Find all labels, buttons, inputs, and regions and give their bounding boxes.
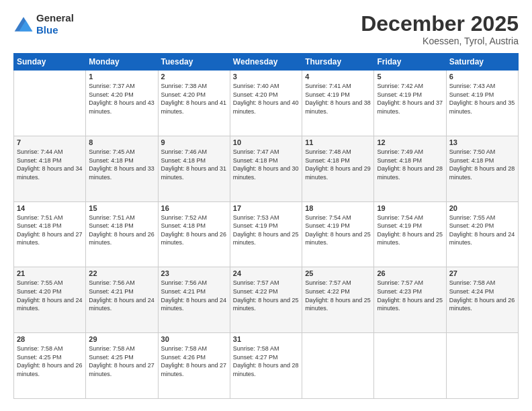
page: General Blue December 2025 Koessen, Tyro… bbox=[0, 0, 532, 411]
cell-info: Sunrise: 7:54 AMSunset: 4:19 PMDaylight:… bbox=[305, 214, 371, 247]
day-number: 31 bbox=[233, 335, 299, 343]
day-number: 3 bbox=[233, 73, 299, 81]
day-number: 6 bbox=[449, 73, 515, 81]
calendar-cell: 25Sunrise: 7:57 AMSunset: 4:22 PMDayligh… bbox=[302, 267, 374, 333]
calendar-cell: 29Sunrise: 7:58 AMSunset: 4:25 PMDayligh… bbox=[86, 333, 158, 399]
cell-info: Sunrise: 7:41 AMSunset: 4:19 PMDaylight:… bbox=[305, 82, 371, 116]
calendar-cell: 13Sunrise: 7:50 AMSunset: 4:18 PMDayligh… bbox=[446, 136, 518, 201]
cell-info: Sunrise: 7:56 AMSunset: 4:21 PMDaylight:… bbox=[161, 279, 227, 312]
day-number: 10 bbox=[233, 138, 299, 146]
calendar-cell bbox=[446, 333, 518, 399]
day-number: 2 bbox=[161, 73, 227, 81]
calendar-cell: 18Sunrise: 7:54 AMSunset: 4:19 PMDayligh… bbox=[302, 201, 374, 267]
cell-info: Sunrise: 7:40 AMSunset: 4:20 PMDaylight:… bbox=[233, 82, 299, 116]
calendar-cell: 30Sunrise: 7:58 AMSunset: 4:26 PMDayligh… bbox=[158, 333, 230, 399]
cell-info: Sunrise: 7:37 AMSunset: 4:20 PMDaylight:… bbox=[89, 82, 154, 116]
cell-info: Sunrise: 7:42 AMSunset: 4:19 PMDaylight:… bbox=[377, 82, 443, 116]
cell-info: Sunrise: 7:53 AMSunset: 4:19 PMDaylight:… bbox=[233, 214, 299, 247]
cell-info: Sunrise: 7:51 AMSunset: 4:18 PMDaylight:… bbox=[17, 214, 83, 247]
day-header-wednesday: Wednesday bbox=[230, 54, 302, 71]
calendar-cell: 7Sunrise: 7:44 AMSunset: 4:18 PMDaylight… bbox=[14, 136, 86, 201]
calendar-cell: 3Sunrise: 7:40 AMSunset: 4:20 PMDaylight… bbox=[230, 71, 302, 136]
cell-info: Sunrise: 7:47 AMSunset: 4:18 PMDaylight:… bbox=[233, 148, 299, 181]
day-number: 20 bbox=[449, 204, 515, 212]
day-header-monday: Monday bbox=[86, 54, 158, 71]
calendar-cell: 16Sunrise: 7:52 AMSunset: 4:18 PMDayligh… bbox=[158, 201, 230, 267]
cell-info: Sunrise: 7:46 AMSunset: 4:18 PMDaylight:… bbox=[161, 148, 227, 181]
day-number: 21 bbox=[17, 269, 83, 277]
calendar-week-1: 1Sunrise: 7:37 AMSunset: 4:20 PMDaylight… bbox=[14, 71, 519, 136]
calendar-week-3: 14Sunrise: 7:51 AMSunset: 4:18 PMDayligh… bbox=[14, 201, 519, 267]
day-number: 15 bbox=[89, 204, 154, 212]
cell-info: Sunrise: 7:57 AMSunset: 4:22 PMDaylight:… bbox=[233, 279, 299, 312]
day-header-thursday: Thursday bbox=[302, 54, 374, 71]
location: Koessen, Tyrol, Austria bbox=[361, 36, 519, 46]
day-number: 12 bbox=[377, 138, 443, 146]
cell-info: Sunrise: 7:43 AMSunset: 4:19 PMDaylight:… bbox=[449, 82, 515, 116]
calendar-cell: 1Sunrise: 7:37 AMSunset: 4:20 PMDaylight… bbox=[86, 71, 158, 136]
day-number: 4 bbox=[305, 73, 371, 81]
calendar-week-5: 28Sunrise: 7:58 AMSunset: 4:25 PMDayligh… bbox=[14, 333, 519, 399]
calendar-cell: 23Sunrise: 7:56 AMSunset: 4:21 PMDayligh… bbox=[158, 267, 230, 333]
day-number: 9 bbox=[161, 138, 227, 146]
calendar-cell: 19Sunrise: 7:54 AMSunset: 4:19 PMDayligh… bbox=[374, 201, 446, 267]
cell-info: Sunrise: 7:54 AMSunset: 4:19 PMDaylight:… bbox=[377, 214, 443, 247]
day-header-friday: Friday bbox=[374, 54, 446, 71]
day-number: 29 bbox=[89, 335, 154, 343]
cell-info: Sunrise: 7:56 AMSunset: 4:21 PMDaylight:… bbox=[89, 279, 154, 312]
calendar-cell: 21Sunrise: 7:55 AMSunset: 4:20 PMDayligh… bbox=[14, 267, 86, 333]
calendar-cell: 31Sunrise: 7:58 AMSunset: 4:27 PMDayligh… bbox=[230, 333, 302, 399]
day-number: 17 bbox=[233, 204, 299, 212]
day-number: 5 bbox=[377, 73, 443, 81]
cell-info: Sunrise: 7:58 AMSunset: 4:25 PMDaylight:… bbox=[17, 345, 83, 378]
cell-info: Sunrise: 7:51 AMSunset: 4:18 PMDaylight:… bbox=[89, 214, 154, 247]
day-number: 30 bbox=[161, 335, 227, 343]
logo-icon bbox=[13, 15, 34, 33]
calendar-cell: 11Sunrise: 7:48 AMSunset: 4:18 PMDayligh… bbox=[302, 136, 374, 201]
header: General Blue December 2025 Koessen, Tyro… bbox=[13, 12, 519, 46]
day-number: 1 bbox=[89, 73, 154, 81]
day-number: 8 bbox=[89, 138, 154, 146]
day-number: 19 bbox=[377, 204, 443, 212]
cell-info: Sunrise: 7:38 AMSunset: 4:20 PMDaylight:… bbox=[161, 82, 227, 116]
calendar-cell: 22Sunrise: 7:56 AMSunset: 4:21 PMDayligh… bbox=[86, 267, 158, 333]
day-number: 7 bbox=[17, 138, 83, 146]
calendar-cell bbox=[374, 333, 446, 399]
calendar-header-row: SundayMondayTuesdayWednesdayThursdayFrid… bbox=[14, 54, 519, 71]
day-number: 14 bbox=[17, 204, 83, 212]
day-number: 27 bbox=[449, 269, 515, 277]
cell-info: Sunrise: 7:45 AMSunset: 4:18 PMDaylight:… bbox=[89, 148, 154, 181]
day-number: 26 bbox=[377, 269, 443, 277]
cell-info: Sunrise: 7:48 AMSunset: 4:18 PMDaylight:… bbox=[305, 148, 371, 181]
calendar-cell: 14Sunrise: 7:51 AMSunset: 4:18 PMDayligh… bbox=[14, 201, 86, 267]
day-number: 25 bbox=[305, 269, 371, 277]
calendar-cell: 10Sunrise: 7:47 AMSunset: 4:18 PMDayligh… bbox=[230, 136, 302, 201]
logo-blue: Blue bbox=[36, 24, 74, 36]
cell-info: Sunrise: 7:55 AMSunset: 4:20 PMDaylight:… bbox=[17, 279, 83, 312]
logo-general: General bbox=[36, 12, 74, 24]
day-number: 28 bbox=[17, 335, 83, 343]
cell-info: Sunrise: 7:44 AMSunset: 4:18 PMDaylight:… bbox=[17, 148, 83, 181]
cell-info: Sunrise: 7:58 AMSunset: 4:25 PMDaylight:… bbox=[89, 345, 154, 378]
calendar-cell bbox=[14, 71, 86, 136]
calendar-cell: 2Sunrise: 7:38 AMSunset: 4:20 PMDaylight… bbox=[158, 71, 230, 136]
calendar-cell: 24Sunrise: 7:57 AMSunset: 4:22 PMDayligh… bbox=[230, 267, 302, 333]
calendar-cell: 5Sunrise: 7:42 AMSunset: 4:19 PMDaylight… bbox=[374, 71, 446, 136]
calendar-cell: 6Sunrise: 7:43 AMSunset: 4:19 PMDaylight… bbox=[446, 71, 518, 136]
month-title: December 2025 bbox=[361, 12, 519, 36]
calendar-cell: 12Sunrise: 7:49 AMSunset: 4:18 PMDayligh… bbox=[374, 136, 446, 201]
cell-info: Sunrise: 7:55 AMSunset: 4:20 PMDaylight:… bbox=[449, 214, 515, 247]
title-block: December 2025 Koessen, Tyrol, Austria bbox=[361, 12, 519, 46]
calendar-cell: 15Sunrise: 7:51 AMSunset: 4:18 PMDayligh… bbox=[86, 201, 158, 267]
day-number: 23 bbox=[161, 269, 227, 277]
day-number: 13 bbox=[449, 138, 515, 146]
day-number: 24 bbox=[233, 269, 299, 277]
calendar-cell bbox=[302, 333, 374, 399]
cell-info: Sunrise: 7:52 AMSunset: 4:18 PMDaylight:… bbox=[161, 214, 227, 247]
calendar-week-4: 21Sunrise: 7:55 AMSunset: 4:20 PMDayligh… bbox=[14, 267, 519, 333]
day-header-sunday: Sunday bbox=[14, 54, 86, 71]
day-number: 11 bbox=[305, 138, 371, 146]
cell-info: Sunrise: 7:49 AMSunset: 4:18 PMDaylight:… bbox=[377, 148, 443, 181]
calendar-cell: 26Sunrise: 7:57 AMSunset: 4:23 PMDayligh… bbox=[374, 267, 446, 333]
calendar-table: SundayMondayTuesdayWednesdayThursdayFrid… bbox=[13, 53, 519, 399]
